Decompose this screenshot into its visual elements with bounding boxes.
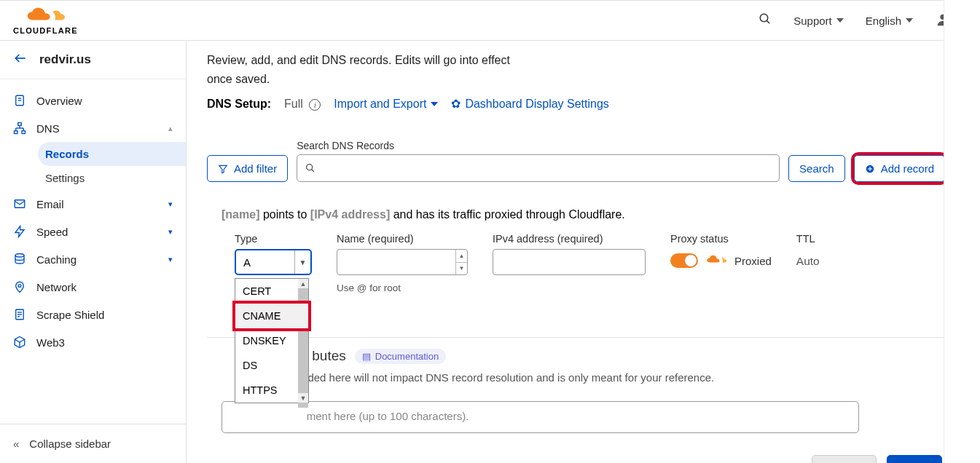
spinner-arrows[interactable]: ▲▼	[455, 250, 467, 274]
record-rule-text: [name] points to [IPv4 address] and has …	[207, 208, 945, 221]
doc-icon: ▤	[362, 351, 371, 362]
add-record-button[interactable]: Add record	[854, 155, 945, 182]
sidebar-item-overview[interactable]: Overview	[0, 87, 186, 114]
type-field: Type A ▼	[235, 233, 312, 275]
dns-setup-value: Full i	[284, 98, 321, 111]
svg-point-17	[18, 285, 21, 288]
language-menu[interactable]: English	[866, 15, 913, 27]
cancel-button[interactable]: Cancel	[812, 455, 877, 463]
sidebar-subitem-records[interactable]: Records	[38, 142, 186, 166]
record-attributes-section: ▾ Record Attributes ▤Documentation The s…	[207, 337, 945, 463]
clipboard-icon	[13, 94, 26, 107]
database-icon	[13, 253, 26, 266]
name-input[interactable]: ▲▼	[337, 249, 468, 275]
display-settings-link[interactable]: ✿ Dashboard Display Settings	[451, 97, 608, 111]
chevron-down-icon[interactable]: ▼	[294, 250, 310, 274]
chevrons-left-icon: «	[13, 438, 19, 450]
filter-icon	[218, 164, 228, 174]
search-icon	[305, 162, 316, 174]
caret-down-icon	[431, 102, 438, 106]
svg-rect-7	[18, 123, 22, 126]
top-bar: CLOUDFLARE Support English	[0, 0, 980, 41]
svg-marker-24	[219, 165, 227, 173]
sidebar-item-caching[interactable]: Caching ▾	[0, 245, 186, 273]
dns-setup-label: DNS Setup:	[207, 98, 271, 111]
scroll-down-icon[interactable]: ▼	[298, 393, 308, 403]
sidebar-item-web3[interactable]: Web3	[0, 328, 186, 356]
back-arrow-icon[interactable]	[13, 51, 28, 68]
svg-rect-9	[22, 131, 26, 134]
ipv4-input[interactable]	[493, 249, 646, 275]
caret-down-icon	[836, 18, 844, 23]
record-form: Type A ▼ Name (required) ▲▼ Use @ for ro…	[207, 233, 945, 293]
cloud-icon	[25, 6, 66, 25]
dropdown-option-dnskey[interactable]: DNSKEY	[235, 328, 308, 353]
sidebar: redvir.us Overview DNS ▴ Records Setting…	[0, 41, 187, 463]
right-gutter	[944, 0, 980, 463]
sidebar-item-email[interactable]: Email ▾	[0, 190, 186, 218]
caret-down-icon	[906, 18, 913, 23]
dropdown-option-cname[interactable]: CNAME	[235, 304, 308, 328]
cloudflare-logo[interactable]: CLOUDFLARE	[13, 6, 78, 35]
ipv4-field: IPv4 address (required)	[493, 233, 646, 275]
scroll-up-icon[interactable]: ▲	[298, 279, 308, 288]
search-label: Search DNS Records	[297, 140, 780, 151]
svg-point-16	[15, 254, 24, 258]
ttl-field: TTL Auto	[796, 233, 820, 268]
cloud-icon	[705, 253, 727, 268]
document-icon	[13, 308, 26, 321]
sidebar-nav: Overview DNS ▴ Records Settings Email ▾ …	[0, 79, 186, 424]
sidebar-item-scrape-shield[interactable]: Scrape Shield	[0, 301, 186, 328]
svg-line-1	[767, 20, 770, 23]
proxy-toggle[interactable]	[670, 253, 698, 268]
sidebar-header: redvir.us	[0, 41, 186, 79]
caret-down-icon: ▾	[168, 199, 173, 209]
dropdown-option-ds[interactable]: DS	[235, 353, 308, 378]
sitemap-icon	[13, 122, 26, 135]
save-button[interactable]: Save	[887, 455, 942, 463]
sidebar-item-speed[interactable]: Speed ▾	[0, 218, 186, 245]
domain-name: redvir.us	[39, 52, 91, 67]
plus-circle-icon	[865, 164, 875, 174]
documentation-link[interactable]: ▤Documentation	[355, 349, 446, 364]
svg-point-25	[307, 165, 313, 170]
dropdown-option-https[interactable]: HTTPS	[235, 378, 308, 403]
sidebar-subitem-settings[interactable]: Settings	[38, 166, 186, 190]
svg-rect-8	[15, 131, 18, 134]
bolt-icon	[13, 225, 26, 238]
page-description: Review, add, and edit DNS records. Edits…	[207, 51, 520, 88]
collapse-sidebar-button[interactable]: « Collapse sidebar	[0, 424, 186, 463]
location-icon	[13, 280, 26, 293]
email-icon	[13, 197, 26, 210]
sidebar-item-dns[interactable]: DNS ▴	[0, 114, 186, 142]
dropdown-option-cert[interactable]: CERT	[235, 279, 308, 304]
name-field: Name (required) ▲▼ Use @ for root	[337, 233, 468, 293]
search-field[interactable]	[322, 162, 772, 175]
type-select[interactable]: A ▼	[235, 249, 312, 275]
info-icon[interactable]: i	[309, 99, 321, 111]
caret-down-icon: ▾	[168, 255, 173, 264]
sidebar-item-network[interactable]: Network	[0, 273, 186, 301]
brand-text: CLOUDFLARE	[13, 26, 78, 35]
search-button[interactable]: Search	[788, 155, 845, 182]
proxy-field: Proxy status Proxied	[670, 233, 772, 268]
highlight-add-record: Add record	[854, 155, 945, 182]
svg-line-26	[312, 170, 314, 172]
search-dns-input[interactable]	[297, 154, 780, 182]
cube-icon	[13, 336, 26, 349]
svg-point-0	[761, 14, 769, 22]
caret-down-icon: ▾	[168, 227, 173, 237]
add-filter-button[interactable]: Add filter	[207, 155, 288, 182]
chevron-up-icon: ▴	[168, 124, 173, 133]
gear-icon: ✿	[451, 97, 460, 111]
import-export-link[interactable]: Import and Export	[334, 98, 438, 111]
support-menu[interactable]: Support	[793, 15, 844, 27]
main-content: Review, add, and edit DNS records. Edits…	[187, 41, 980, 463]
comment-input[interactable]: Enter your comment here (up to 100 chara…	[222, 401, 859, 433]
attributes-note: The settings provided here will not impa…	[222, 371, 945, 384]
search-icon[interactable]	[758, 12, 772, 28]
svg-marker-15	[15, 226, 24, 237]
type-dropdown: ▲ ▼ CERT CNAME DNSKEY DS HTTPS	[235, 278, 309, 403]
